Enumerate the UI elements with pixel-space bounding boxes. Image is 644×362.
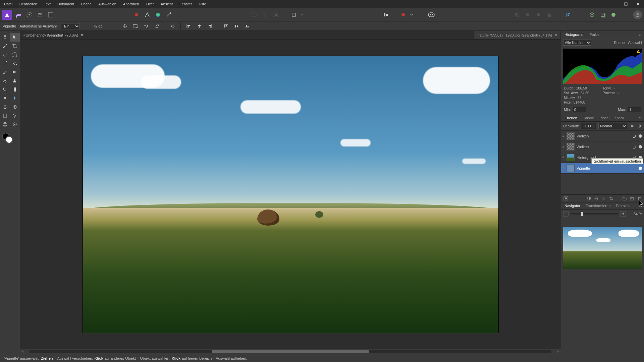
layer-grip-icon[interactable] [562,135,565,137]
user-avatar[interactable] [633,10,642,19]
document-tab[interactable]: <Unbenannt> [Geändert] (70,8%)× [20,31,474,39]
menu-filter[interactable]: Filter [143,1,157,7]
autocolor-icon[interactable] [142,10,152,20]
layer-grip-icon[interactable] [562,157,565,158]
color-swatches[interactable] [0,131,20,146]
clone-tool-icon[interactable] [10,76,20,85]
layer-grip-icon[interactable] [562,167,565,169]
panel-menu-icon[interactable]: ≡ [637,203,643,209]
group-layers-icon[interactable] [622,196,627,201]
cloud-store-icon[interactable] [608,10,619,20]
color-wheel-icon[interactable] [153,10,163,20]
menu-ansicht[interactable]: Ansicht [157,1,176,7]
perspective-tool-icon[interactable] [10,85,20,94]
menu-bearbeiten[interactable]: Bearbeiten [16,1,41,7]
min-input[interactable] [573,107,586,112]
tab-history[interactable]: Protokoll [614,203,632,209]
zoom-in-button[interactable]: + [621,211,626,217]
panel-menu-icon[interactable]: ≡ [637,115,643,121]
align-panel-icon[interactable] [381,10,391,20]
color-picker-tool-icon[interactable] [0,42,10,50]
menu-dokument[interactable]: Dokument [54,1,77,7]
close-tab-icon[interactable]: × [555,33,557,38]
add-livefx-icon[interactable] [594,196,599,201]
navigator-preview[interactable] [563,227,642,269]
zoom-tool-icon[interactable] [0,85,10,94]
pen-tool-icon[interactable] [0,103,10,111]
menu-ebene[interactable]: Ebene [77,1,95,7]
color-red-icon[interactable] [131,10,142,20]
zoom-slider[interactable] [571,213,619,215]
dodge-tool-icon[interactable] [10,103,20,111]
histo-layer-button[interactable]: Ebene [614,41,625,45]
align-top-icon[interactable] [222,22,229,30]
add-adjustment-icon[interactable] [586,196,592,201]
window-maximize[interactable] [620,0,632,8]
tab-channels[interactable]: Kanäle [581,115,596,121]
channel-dropdown[interactable]: Alle Kanäle [563,40,591,46]
document-tab[interactable]: nature-7595617_1920.jpg [Geändert] (64,1… [474,31,561,39]
marquee-tool-icon[interactable] [10,50,20,59]
add-layer-icon[interactable] [629,196,635,201]
close-tab-icon[interactable]: × [81,33,83,38]
panel-menu-icon[interactable]: ≡ [637,32,643,38]
tab-layers[interactable]: Ebenen [562,115,579,121]
tab-color[interactable]: Farbe [588,32,601,38]
menu-datei[interactable]: Datei [1,1,16,7]
menu-fenster[interactable]: Fenster [176,1,195,7]
gradient-tool-icon[interactable] [10,68,20,76]
tab-navigator[interactable]: Navigator [562,203,582,209]
brush-tool-icon[interactable] [0,68,10,76]
text-tool-icon[interactable] [10,111,20,120]
cloud-assets-icon[interactable] [598,10,608,20]
max-input[interactable] [628,107,641,112]
quickmask-icon[interactable] [426,10,436,20]
menu-anordnen[interactable]: Anordnen [120,1,143,7]
layer-row[interactable]: Wolken [561,131,644,141]
healing-tool-icon[interactable] [0,94,10,103]
layer-gear-icon[interactable] [637,123,642,129]
layer-fx-icon[interactable]: ✱ [629,123,635,129]
target-tool-icon[interactable] [10,120,20,129]
swap-color-icon[interactable] [398,10,408,20]
align-center-v-icon[interactable] [233,22,240,30]
opacity-input[interactable] [581,123,596,129]
flip-horizontal-icon[interactable] [169,22,176,30]
front-color-swatch[interactable] [5,136,13,143]
tab-histogram[interactable]: Histogramm [562,32,586,38]
chevron-down-icon[interactable] [300,10,305,20]
fill-tool-icon[interactable] [10,59,20,68]
hand-tool-icon[interactable] [0,33,10,42]
align-right-icon[interactable] [206,22,214,30]
auto-select-dropdown[interactable]: Ein [61,23,80,29]
shape-tool-icon[interactable] [0,111,10,120]
align-left-icon[interactable] [185,22,192,30]
crop-tool-icon[interactable] [10,42,20,50]
tab-stock[interactable]: Stock [613,115,626,121]
zoom-out-button[interactable]: − [563,211,569,217]
visibility-toggle-icon[interactable] [639,167,642,170]
crop-layer-icon[interactable] [608,196,614,201]
add-mask-icon[interactable] [563,196,569,201]
tab-brush[interactable]: Pinsel [597,115,611,121]
menu-auswählen[interactable]: Auswählen [95,1,120,7]
edit-icon[interactable] [633,145,637,149]
cloud-sync-icon[interactable] [587,10,597,20]
visibility-toggle-icon[interactable] [639,145,642,148]
transform-move-icon[interactable] [121,22,128,30]
layer-row[interactable]: Vignette [561,163,644,174]
window-minimize[interactable] [608,0,620,8]
layer-row[interactable]: Wolken [561,141,644,152]
window-close[interactable] [632,0,644,8]
selection-brush-tool-icon[interactable] [0,50,10,59]
chevron-down-icon[interactable] [409,10,414,20]
layer-grip-icon[interactable] [562,146,565,147]
menu-hilfe[interactable]: Hilfe [195,1,209,7]
canvas-viewport[interactable] [20,40,561,349]
align-center-h-icon[interactable] [196,22,203,30]
transform-scale-icon[interactable] [132,22,139,30]
histo-select-button[interactable]: Auswahl [628,41,642,45]
persona-photo-icon[interactable] [13,10,23,20]
align-bottom-icon[interactable] [244,22,251,30]
mesh-tool-icon[interactable] [0,120,10,129]
